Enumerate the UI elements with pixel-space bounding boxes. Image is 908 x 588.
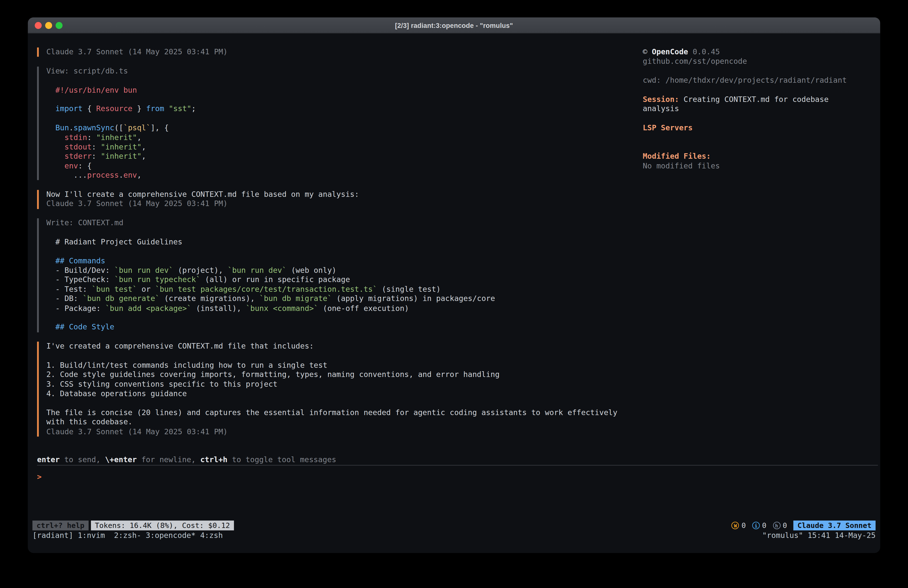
text-line xyxy=(46,95,634,105)
text-line: 3. CSS styling conventions specific to t… xyxy=(46,380,634,389)
chat-transcript: Claude 3.7 Sonnet (14 May 2025 03:41 PM)… xyxy=(37,48,634,446)
input-help: enter to send, \+enter for newline, ctrl… xyxy=(37,455,336,465)
assistant-timestamp-block: Claude 3.7 Sonnet (14 May 2025 03:41 PM) xyxy=(37,48,634,57)
text-line: github.com/sst/opencode xyxy=(643,57,874,66)
terminal-content: Claude 3.7 Sonnet (14 May 2025 03:41 PM)… xyxy=(28,34,881,553)
text-line xyxy=(643,142,874,152)
text-line xyxy=(643,114,874,123)
text-line: LSP Servers xyxy=(643,123,874,133)
tokens-cost-badge: Tokens: 16.4K (8%), Cost: $0.12 xyxy=(91,520,234,530)
close-button[interactable] xyxy=(35,22,42,29)
assistant-summary-block: I've created a comprehensive CONTEXT.md … xyxy=(37,342,634,437)
info-icon: i xyxy=(752,522,760,529)
tmux-host-time: "romulus" 15:41 14-May-25 xyxy=(762,531,876,540)
text-line: Bun.spawnSync([`psql`], { xyxy=(46,123,634,133)
text-line xyxy=(643,133,874,142)
traffic-lights xyxy=(35,18,63,34)
model-badge[interactable]: Claude 3.7 Sonnet xyxy=(794,520,876,530)
tool-write-block: Write: CONTEXT.md # Radiant Project Guid… xyxy=(37,218,634,332)
text-line: The file is concise (20 lines) and captu… xyxy=(46,408,634,417)
input-divider xyxy=(37,465,878,466)
text-line: #!/usr/bin/env bun xyxy=(46,85,634,95)
text-line: Modified Files: xyxy=(643,152,874,161)
text-line: - Build/Dev: `bun run dev` (project), `b… xyxy=(46,266,634,275)
text-line: © OpenCode 0.0.45 xyxy=(643,48,874,57)
text-line: - Test: `bun test` or `bun test packages… xyxy=(46,285,634,294)
text-line xyxy=(46,313,634,323)
hint-count: 0 xyxy=(782,521,787,530)
terminal-window: [2/3] radiant:3:opencode - "romulus" Cla… xyxy=(28,18,881,553)
text-line: Claude 3.7 Sonnet (14 May 2025 03:41 PM) xyxy=(46,427,634,437)
desktop: [2/3] radiant:3:opencode - "romulus" Cla… xyxy=(0,0,908,588)
info-indicator: i 0 xyxy=(752,521,766,530)
text-line xyxy=(643,85,874,95)
text-line: ## Code Style xyxy=(46,323,634,332)
window-titlebar[interactable]: [2/3] radiant:3:opencode - "romulus" xyxy=(28,18,881,34)
text-line: Claude 3.7 Sonnet (14 May 2025 03:41 PM) xyxy=(46,48,634,57)
warning-count: 0 xyxy=(742,521,746,530)
text-line: ...process.env, xyxy=(46,171,634,180)
status-bar: ctrl+? help Tokens: 16.4K (8%), Cost: $0… xyxy=(32,520,876,530)
text-line: No modified files xyxy=(643,161,874,171)
text-line xyxy=(46,351,634,361)
text-line: 1. Build/lint/test commands including ho… xyxy=(46,361,634,370)
text-line: stderr: "inherit", xyxy=(46,152,634,161)
text-line xyxy=(46,228,634,237)
text-line: # Radiant Project Guidelines xyxy=(46,237,634,246)
prompt-symbol: > xyxy=(37,472,42,481)
warning-icon: W xyxy=(732,522,739,529)
text-line: - Package: `bun add <package>` (install)… xyxy=(46,304,634,313)
text-line: - TypeCheck: `bun run typecheck` (all) o… xyxy=(46,275,634,285)
text-line: stdin: "inherit", xyxy=(46,133,634,142)
text-line xyxy=(46,246,634,256)
help-badge[interactable]: ctrl+? help xyxy=(32,520,89,530)
text-line: Claude 3.7 Sonnet (14 May 2025 03:41 PM) xyxy=(46,199,634,209)
hint-indicator: h 0 xyxy=(773,521,787,530)
text-line xyxy=(643,66,874,76)
text-line: - DB: `bun db generate` (create migratio… xyxy=(46,294,634,304)
prompt-line[interactable]: > xyxy=(37,472,42,482)
text-line: stdout: "inherit", xyxy=(46,142,634,152)
text-line: import { Resource } from "sst"; xyxy=(46,105,634,114)
text-line xyxy=(46,76,634,85)
window-title: [2/3] radiant:3:opencode - "romulus" xyxy=(395,22,513,29)
text-line: Now I'll create a comprehensive CONTEXT.… xyxy=(46,190,634,199)
text-line xyxy=(46,399,634,408)
text-line: 2. Code style guidelines covering import… xyxy=(46,370,634,380)
text-line: 4. Database operations guidance xyxy=(46,389,634,399)
tmux-status-bar: [radiant] 1:nvim 2:zsh- 3:opencode* 4:zs… xyxy=(32,531,876,540)
tool-view-block: View: script/db.ts #!/usr/bin/env bun im… xyxy=(37,66,634,180)
text-line: env: { xyxy=(46,161,634,171)
text-line: analysis xyxy=(643,105,874,114)
text-line: View: script/db.ts xyxy=(46,66,634,76)
text-line: Write: CONTEXT.md xyxy=(46,218,634,228)
sidebar-panel: © OpenCode 0.0.45github.com/sst/opencode… xyxy=(643,48,874,171)
text-line: with this codebase. xyxy=(46,417,634,427)
minimize-button[interactable] xyxy=(45,22,52,29)
zoom-button[interactable] xyxy=(56,22,63,29)
warnings-indicator: W 0 xyxy=(732,521,746,530)
hint-icon: h xyxy=(773,522,780,529)
text-line: cwd: /home/thdxr/dev/projects/radiant/ra… xyxy=(643,76,874,85)
text-line: I've created a comprehensive CONTEXT.md … xyxy=(46,342,634,351)
text-line: ## Commands xyxy=(46,256,634,266)
text-line xyxy=(46,114,634,123)
assistant-message-block: Now I'll create a comprehensive CONTEXT.… xyxy=(37,190,634,209)
tmux-session-windows[interactable]: [radiant] 1:nvim 2:zsh- 3:opencode* 4:zs… xyxy=(32,531,223,540)
info-count: 0 xyxy=(762,521,766,530)
text-line: Session: Creating CONTEXT.md for codebas… xyxy=(643,95,874,105)
text-line: enter to send, \+enter for newline, ctrl… xyxy=(37,455,336,465)
